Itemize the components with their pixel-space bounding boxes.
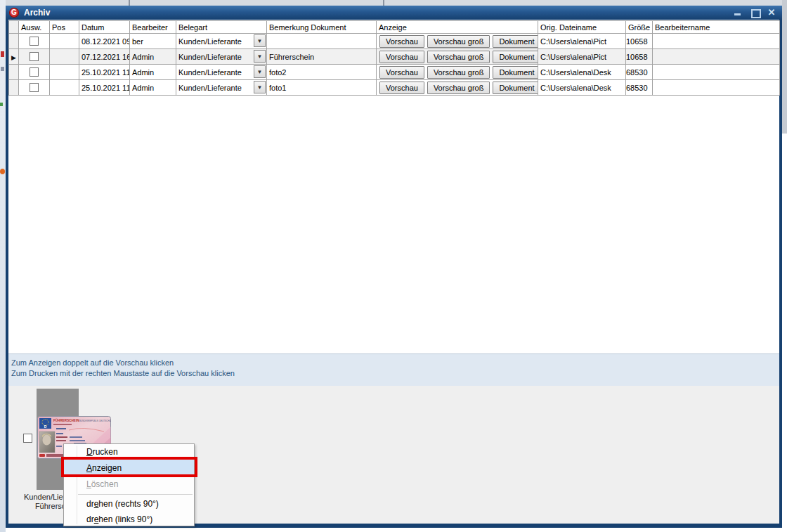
bearbeiter-cell: Admin xyxy=(130,65,176,80)
col-header-anzeige: Anzeige xyxy=(377,21,538,34)
datum-cell: 08.12.2021 09: xyxy=(79,34,130,49)
dateiname-cell: C:\Users\alena\Pict xyxy=(538,34,626,49)
bearbeiter-cell: Admin xyxy=(130,80,176,96)
vorschau-row-button[interactable]: Vorschau xyxy=(379,51,424,63)
anzeige-cell: VorschauVorschau großDokument xyxy=(377,49,538,65)
minimize-button[interactable] xyxy=(733,8,743,18)
vorschau-row-button[interactable]: Vorschau xyxy=(379,66,424,79)
table-row: 25.10.2021 11: Admin Kunden/Lieferante▼ … xyxy=(9,80,780,96)
bemerkung-cell[interactable] xyxy=(267,34,377,49)
vorschau-row-button[interactable]: Vorschau xyxy=(379,35,424,48)
preview-checkbox[interactable] xyxy=(23,434,32,443)
groesse-cell: 68530 xyxy=(626,65,653,80)
pos-cell xyxy=(50,80,79,96)
col-header-belegart: Belegart xyxy=(176,21,267,34)
corner-header xyxy=(9,21,19,34)
menu-item-drucken[interactable]: Drucken xyxy=(64,444,194,460)
groesse-cell: 10658 xyxy=(626,34,653,49)
app-logo-icon: G xyxy=(9,8,19,18)
menu-label: e xyxy=(94,514,99,524)
menu-label: hen (links 90°) xyxy=(98,514,152,524)
close-button[interactable]: ✕ xyxy=(767,8,776,18)
belegart-cell: Kunden/Lieferante▼ xyxy=(176,65,267,80)
menu-label: L xyxy=(86,479,91,489)
row-checkbox[interactable] xyxy=(30,83,39,92)
bearbeitername-cell xyxy=(653,65,780,80)
row-selector[interactable] xyxy=(9,80,19,96)
background-top-strip xyxy=(6,0,782,6)
dokument-row-button[interactable]: Dokument xyxy=(493,35,538,48)
col-header-groesse: Größe xyxy=(626,21,653,34)
row-checkbox[interactable] xyxy=(30,67,39,77)
col-header-ausw: Ausw. xyxy=(19,21,50,34)
menu-item-drehen-rechts[interactable]: drehen (rechts 90°) xyxy=(64,496,194,512)
row-checkbox-cell xyxy=(19,65,50,80)
info-line-1: Zum Anzeigen doppelt auf die Vorschau kl… xyxy=(11,358,174,367)
belegart-cell: Kunden/Lieferante▼ xyxy=(176,34,267,49)
chevron-down-icon[interactable]: ▼ xyxy=(254,50,266,63)
row-checkbox-cell xyxy=(19,80,50,96)
anzeige-cell: VorschauVorschau großDokument xyxy=(377,65,538,80)
menu-label: A xyxy=(86,463,92,473)
table-row: ▶ 07.12.2021 16: Admin Kunden/Lieferante… xyxy=(9,49,780,65)
menu-item-loeschen: Löschen xyxy=(64,476,194,492)
background-divider xyxy=(129,0,130,6)
belegart-value: Kunden/Lieferante xyxy=(178,84,242,92)
pos-cell xyxy=(50,65,79,80)
row-checkbox[interactable] xyxy=(30,52,39,61)
pos-cell xyxy=(50,34,79,49)
col-header-bearbeiter: Bearbeiter xyxy=(130,21,176,34)
belegart-cell: Kunden/Lieferante▼ xyxy=(176,80,267,96)
background-left-strip xyxy=(0,0,6,532)
vorschau-gross-row-button[interactable]: Vorschau groß xyxy=(427,66,490,79)
bemerkung-cell[interactable]: foto2 xyxy=(267,65,377,80)
chevron-down-icon[interactable]: ▼ xyxy=(254,81,266,93)
dokument-row-button[interactable]: Dokument xyxy=(493,51,538,63)
datum-cell: 07.12.2021 16: xyxy=(79,49,130,65)
pos-cell xyxy=(50,49,79,65)
row-selector[interactable] xyxy=(9,65,19,80)
menu-label: dr xyxy=(86,499,94,509)
vorschau-gross-row-button[interactable]: Vorschau groß xyxy=(427,35,490,48)
current-row-arrow-icon: ▶ xyxy=(11,54,16,61)
row-checkbox[interactable] xyxy=(30,37,39,46)
menu-label: hen (rechts 90°) xyxy=(98,499,159,509)
row-selector[interactable] xyxy=(9,34,19,49)
row-selector[interactable]: ▶ xyxy=(9,49,19,65)
bearbeitername-cell xyxy=(653,80,780,96)
chevron-down-icon[interactable]: ▼ xyxy=(254,65,266,78)
bearbeitername-cell xyxy=(653,49,780,65)
vorschau-row-button[interactable]: Vorschau xyxy=(379,82,424,94)
window-title: Archiv xyxy=(24,8,50,18)
belegart-cell: Kunden/Lieferante▼ xyxy=(176,49,267,65)
belegart-value: Kunden/Lieferante xyxy=(178,68,242,77)
background-divider xyxy=(383,0,384,6)
maximize-button[interactable] xyxy=(750,8,760,18)
chevron-down-icon[interactable]: ▼ xyxy=(254,34,266,47)
dokument-row-button[interactable]: Dokument xyxy=(493,82,538,94)
vorschau-gross-row-button[interactable]: Vorschau groß xyxy=(427,51,490,63)
svg-text:D: D xyxy=(44,424,47,429)
bemerkung-cell[interactable]: Führerschein xyxy=(267,49,377,65)
menu-label: rucken xyxy=(93,447,118,457)
info-band: Zum Anzeigen doppelt auf die Vorschau kl… xyxy=(8,353,779,386)
col-header-bemerkung: Bemerkung Dokument xyxy=(267,21,377,34)
belegart-value: Kunden/Lieferante xyxy=(178,37,242,46)
menu-item-drehen-links[interactable]: drehen (links 90°) xyxy=(64,512,194,527)
menu-item-anzeigen[interactable]: Anzeigen xyxy=(64,460,194,476)
dokument-row-button[interactable]: Dokument xyxy=(493,66,538,79)
background-fragment xyxy=(0,103,3,106)
bemerkung-cell[interactable]: foto1 xyxy=(267,80,377,96)
menu-label: D xyxy=(86,447,93,457)
document-table: Ausw. Pos Datum Bearbeiter Belegart Beme… xyxy=(8,20,780,96)
datum-cell: 25.10.2021 11: xyxy=(79,80,130,96)
datum-cell: 25.10.2021 11: xyxy=(79,65,130,80)
col-header-datum: Datum xyxy=(79,21,130,34)
background-fragment xyxy=(1,67,4,71)
row-checkbox-cell xyxy=(19,34,50,49)
vorschau-gross-row-button[interactable]: Vorschau groß xyxy=(427,82,490,94)
titlebar[interactable]: G Archiv ✕ xyxy=(6,6,782,20)
svg-text:BUNDESREPUBLIK DEUTSCHLAND: BUNDESREPUBLIK DEUTSCHLAND xyxy=(79,420,111,422)
col-header-dateiname: Orig. Dateiname xyxy=(538,21,626,34)
background-fragment xyxy=(0,169,5,174)
